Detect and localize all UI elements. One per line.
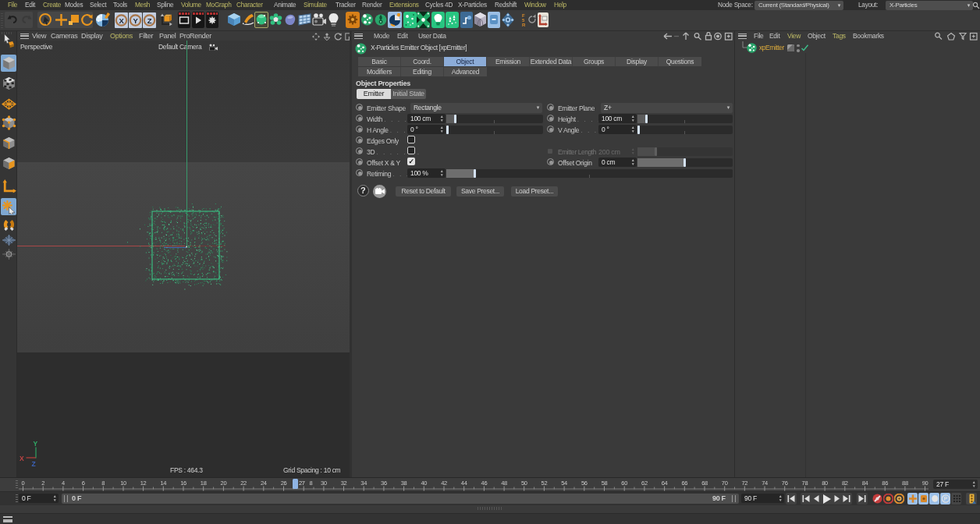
svg-text:10: 10	[120, 480, 126, 487]
svg-text:64: 64	[662, 480, 668, 487]
svg-text:0: 0	[22, 480, 25, 487]
svg-text:32: 32	[341, 480, 347, 487]
svg-text:40: 40	[421, 480, 427, 487]
svg-text:X: X	[20, 455, 24, 462]
svg-text:80: 80	[822, 480, 828, 487]
svg-text:56: 56	[581, 480, 588, 487]
svg-text:14: 14	[160, 480, 166, 487]
svg-text:86: 86	[882, 480, 888, 487]
svg-text:38: 38	[401, 480, 407, 487]
svg-text:R: R	[522, 23, 526, 27]
svg-text:52: 52	[541, 480, 548, 487]
svg-text:6: 6	[82, 480, 85, 487]
svg-text:46: 46	[481, 480, 488, 487]
svg-text:24: 24	[261, 480, 267, 487]
svg-text:27: 27	[299, 480, 305, 487]
svg-text:42: 42	[441, 480, 447, 487]
svg-text:72: 72	[741, 480, 747, 487]
svg-text:34: 34	[360, 480, 367, 487]
svg-text:50: 50	[521, 480, 527, 487]
svg-text:62: 62	[641, 480, 648, 487]
svg-text:88: 88	[902, 480, 908, 487]
svg-text:76: 76	[782, 480, 788, 487]
svg-text:84: 84	[862, 480, 868, 487]
svg-text:Z: Z	[147, 16, 152, 25]
svg-text:82: 82	[842, 480, 848, 487]
svg-text:Y: Y	[34, 440, 38, 448]
svg-text:48: 48	[501, 480, 507, 487]
svg-text:18: 18	[201, 480, 207, 487]
svg-text:22: 22	[240, 480, 247, 487]
svg-text:Y: Y	[133, 16, 138, 25]
svg-text:70: 70	[722, 480, 728, 487]
svg-text:20: 20	[221, 480, 227, 487]
svg-text:26: 26	[281, 480, 287, 487]
svg-text:4: 4	[62, 480, 65, 487]
svg-text:8: 8	[101, 480, 105, 487]
svg-text:36: 36	[381, 480, 387, 487]
svg-text:30: 30	[321, 480, 327, 487]
svg-text:2: 2	[41, 480, 44, 487]
svg-text:44: 44	[461, 480, 467, 487]
svg-text:P: P	[944, 496, 948, 501]
svg-text:X: X	[119, 16, 124, 25]
svg-text:60: 60	[621, 480, 627, 487]
svg-text:12: 12	[140, 480, 147, 487]
svg-text:8: 8	[310, 480, 313, 487]
svg-text:74: 74	[762, 480, 768, 487]
svg-text:90: 90	[922, 480, 929, 487]
svg-text:66: 66	[681, 480, 687, 487]
svg-text:78: 78	[802, 480, 808, 487]
svg-text:54: 54	[561, 480, 567, 487]
svg-text:16: 16	[180, 480, 186, 487]
svg-text:68: 68	[701, 480, 708, 487]
svg-text:Z: Z	[32, 460, 36, 468]
svg-text:58: 58	[602, 480, 608, 487]
